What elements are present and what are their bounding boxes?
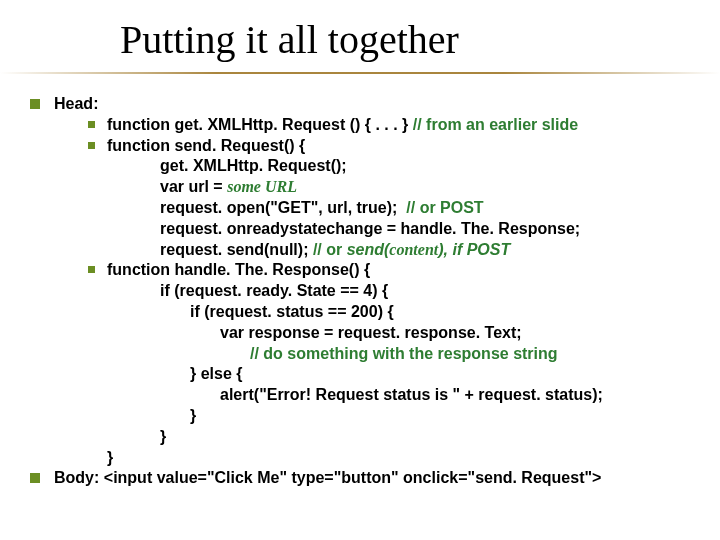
code-line: get. XMLHttp. Request(); (160, 156, 700, 177)
code-comment: // or (313, 241, 347, 258)
code-frag-italic: content (389, 241, 438, 258)
fn3-sig: function handle. The. Response() { (107, 260, 370, 281)
code-frag: var url = (160, 178, 227, 195)
code-line: request. open("GET", url, true); // or P… (160, 198, 700, 219)
code-line: request. onreadystatechange = handle. Th… (160, 219, 700, 240)
code-frag: request. open("GET", url, true); (160, 199, 406, 216)
bullet-icon (88, 121, 95, 128)
bullet-fn-getxhr: function get. XMLHttp. Request () { . . … (88, 115, 700, 136)
slide-title: Putting it all together (120, 16, 459, 63)
code-frag: ), if POST (438, 241, 510, 258)
fn1-sig: function get. XMLHttp. Request () { . . … (107, 116, 413, 133)
code-frag: request. send(null); (160, 241, 313, 258)
code-line: if (request. status == 200) { (190, 302, 700, 323)
head-label: Head: (54, 94, 98, 115)
slide: Putting it all together Head: function g… (0, 0, 720, 540)
bullet-fn-handleresponse: function handle. The. Response() { (88, 260, 700, 281)
bullet-fn-sendrequest: function send. Request() { (88, 136, 700, 157)
slide-body: Head: function get. XMLHttp. Request () … (30, 94, 700, 489)
body-line: Body: <input value="Click Me" type="butt… (54, 468, 601, 489)
code-comment: // do something with the response string (250, 344, 700, 365)
code-comment: // or POST (406, 199, 483, 216)
bullet-icon (88, 142, 95, 149)
body-code: <input value="Click Me" type="button" on… (104, 469, 602, 486)
code-line: var url = some URL (160, 177, 700, 198)
code-line: alert("Error! Request status is " + requ… (220, 385, 700, 406)
body-label: Body: (54, 469, 104, 486)
title-underline (0, 72, 720, 74)
bullet-icon (88, 266, 95, 273)
fn2-sig: function send. Request() { (107, 136, 305, 157)
code-line: } (107, 448, 700, 469)
code-frag: send( (347, 241, 390, 258)
code-line: var response = request. response. Text; (220, 323, 700, 344)
code-line: } else { (190, 364, 700, 385)
code-line: request. send(null); // or send(content)… (160, 240, 700, 261)
bullet-head: Head: (30, 94, 700, 115)
bullet-body: Body: <input value="Click Me" type="butt… (30, 468, 700, 489)
code-line: function get. XMLHttp. Request () { . . … (107, 115, 578, 136)
code-frag-italic: some URL (227, 178, 297, 195)
code-line: } (190, 406, 700, 427)
fn1-comment: // from an earlier slide (413, 116, 578, 133)
bullet-icon (30, 99, 40, 109)
code-line: } (160, 427, 700, 448)
code-line: if (request. ready. State == 4) { (160, 281, 700, 302)
bullet-icon (30, 473, 40, 483)
